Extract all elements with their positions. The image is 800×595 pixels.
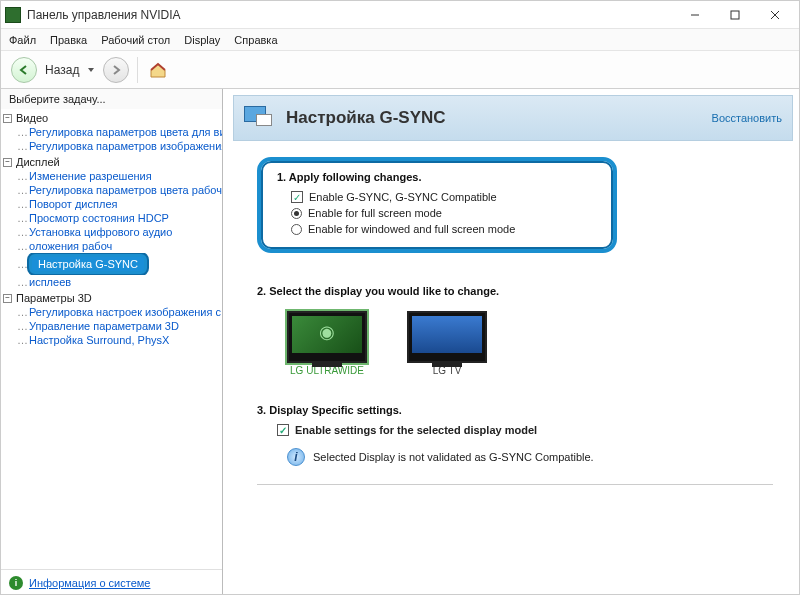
info-icon: i (287, 448, 305, 466)
maximize-button[interactable] (715, 4, 755, 26)
enable-display-settings-checkbox[interactable]: ✓ (277, 424, 289, 436)
back-button[interactable] (11, 57, 37, 83)
gsync-header-icon (244, 104, 276, 132)
tree-item[interactable]: Регулировка параметров цвета рабочег (17, 183, 222, 197)
tree-item[interactable]: Изменение разрешения (17, 169, 222, 183)
tree-item-gsync[interactable]: Настройка G-SYNC (17, 253, 222, 275)
sidebar: Выберите задачу... −Видео Регулировка па… (1, 89, 223, 595)
toolbar-divider (137, 57, 138, 83)
content-pane: Настройка G-SYNC Восстановить 1. Apply f… (223, 89, 799, 595)
close-button[interactable] (755, 4, 795, 26)
forward-button[interactable] (103, 57, 129, 83)
display-option-1[interactable]: ◉ LG ULTRAWIDE (287, 311, 367, 376)
tree-item[interactable]: оложения рабоч (17, 239, 222, 253)
monitor-icon: ◉ (287, 311, 367, 363)
tree-item[interactable]: Регулировка настроек изображения с пр (17, 305, 222, 319)
step1-title: 1. Apply following changes. (277, 171, 597, 183)
tree-item[interactable]: Управление параметрами 3D (17, 319, 222, 333)
enable-display-settings-label: Enable settings for the selected display… (295, 424, 537, 436)
toolbar: Назад (1, 51, 799, 89)
fullscreen-label: Enable for full screen mode (308, 207, 442, 219)
back-history-dropdown[interactable] (87, 66, 95, 74)
enable-gsync-label: Enable G-SYNC, G-SYNC Compatible (309, 191, 497, 203)
sidebar-header: Выберите задачу... (1, 89, 222, 109)
collapse-icon[interactable]: − (3, 294, 12, 303)
tree-group-display[interactable]: −Дисплей (3, 155, 222, 169)
window-title: Панель управления NVIDIA (27, 8, 675, 22)
page-title: Настройка G-SYNC (286, 108, 712, 128)
display-option-2[interactable]: LG TV (407, 311, 487, 376)
windowed-label: Enable for windowed and full screen mode (308, 223, 515, 235)
info-text: Selected Display is not validated as G-S… (313, 451, 594, 463)
menu-help[interactable]: Справка (234, 34, 277, 46)
tree-item[interactable]: Настройка Surround, PhysX (17, 333, 222, 347)
restore-defaults-link[interactable]: Восстановить (712, 112, 782, 124)
system-info-link[interactable]: Информация о системе (29, 577, 150, 589)
monitor-icon (407, 311, 487, 363)
home-icon (148, 61, 168, 79)
tree-group-video[interactable]: −Видео (3, 111, 222, 125)
nvidia-app-icon (5, 7, 21, 23)
back-arrow-icon (17, 63, 31, 77)
tree-group-3d[interactable]: −Параметры 3D (3, 291, 222, 305)
home-button[interactable] (146, 58, 170, 82)
step2-title: 2. Select the display you would like to … (257, 285, 773, 297)
windowed-radio[interactable] (291, 224, 302, 235)
tree-item[interactable]: исплеев (17, 275, 222, 289)
content-header: Настройка G-SYNC Восстановить (233, 95, 793, 141)
collapse-icon[interactable]: − (3, 158, 12, 167)
svg-rect-1 (731, 11, 739, 19)
menu-edit[interactable]: Правка (50, 34, 87, 46)
tree-item[interactable]: Регулировка параметров изображения д (17, 139, 222, 153)
titlebar: Панель управления NVIDIA (1, 1, 799, 29)
menubar: Файл Правка Рабочий стол Display Справка (1, 29, 799, 51)
forward-arrow-icon (109, 63, 123, 77)
fullscreen-radio[interactable] (291, 208, 302, 219)
tree-item[interactable]: Просмотр состояния HDCP (17, 211, 222, 225)
tree-item[interactable]: Установка цифрового аудио (17, 225, 222, 239)
step3-title: 3. Display Specific settings. (257, 404, 773, 416)
back-label: Назад (45, 63, 79, 77)
collapse-icon[interactable]: − (3, 114, 12, 123)
menu-display[interactable]: Display (184, 34, 220, 46)
minimize-button[interactable] (675, 4, 715, 26)
sidebar-footer: i Информация о системе (1, 569, 222, 595)
task-tree: −Видео Регулировка параметров цвета для … (1, 109, 222, 569)
menu-desktop[interactable]: Рабочий стол (101, 34, 170, 46)
content-footer-divider (257, 484, 773, 485)
step1-highlight-box: 1. Apply following changes. ✓ Enable G-S… (257, 157, 617, 253)
enable-gsync-checkbox[interactable]: ✓ (291, 191, 303, 203)
system-info-icon: i (9, 576, 23, 590)
nvidia-logo-icon: ◉ (319, 321, 335, 343)
menu-file[interactable]: Файл (9, 34, 36, 46)
tree-item[interactable]: Поворот дисплея (17, 197, 222, 211)
tree-item[interactable]: Регулировка параметров цвета для вид (17, 125, 222, 139)
